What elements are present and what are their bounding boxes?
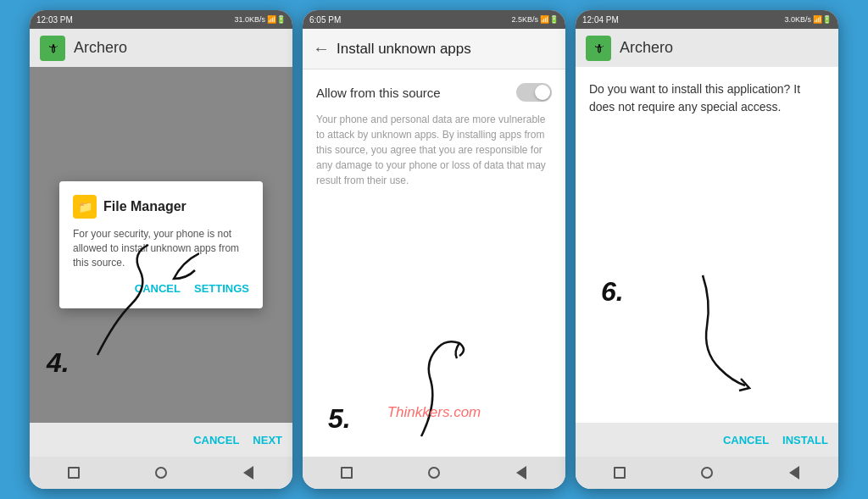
phone1-content: 📁 File Manager For your security, your p… xyxy=(30,67,292,423)
nav-home-1[interactable] xyxy=(153,464,170,481)
archero-glyph-3: 🗡 xyxy=(593,42,604,55)
nav-back-2[interactable] xyxy=(513,464,530,481)
dialog-overlay: 📁 File Manager For your security, your p… xyxy=(30,67,292,423)
dialog-title: File Manager xyxy=(103,199,186,214)
status-icons-1: 📶🔋 xyxy=(267,15,286,24)
archero-icon-3: 🗡 xyxy=(586,36,611,61)
step6-area: 6. xyxy=(576,258,838,423)
status-time-1: 12:03 PM xyxy=(36,15,73,25)
status-time-2: 6:05 PM xyxy=(309,15,341,25)
app-bar-1: 🗡 Archero xyxy=(30,29,292,67)
app-bar-2: ← Install unknown apps xyxy=(303,29,565,69)
watermark: Thinkkers.com xyxy=(387,404,481,421)
step5-annotation: 5. xyxy=(303,335,565,453)
install-bar: CANCEL INSTALL xyxy=(576,423,838,457)
screen-title-2: Install unknown apps xyxy=(337,41,471,58)
nav-home-3[interactable] xyxy=(698,464,715,481)
dialog-box: 📁 File Manager For your security, your p… xyxy=(59,181,263,308)
status-time-3: 12:04 PM xyxy=(582,15,619,25)
step5-area: 5. xyxy=(303,335,565,457)
bottom-nav-1 xyxy=(30,457,292,489)
archero-icon-1: 🗡 xyxy=(40,36,65,61)
bottom-nav-2 xyxy=(303,457,565,489)
app-title-1: Archero xyxy=(74,39,127,57)
nav-square-3[interactable] xyxy=(611,464,628,481)
status-right-1: 31.0KB/s 📶🔋 xyxy=(234,15,286,24)
status-data-1: 31.0KB/s xyxy=(234,15,265,24)
status-data-3: 3.0KB/s xyxy=(784,15,811,24)
nav-home-2[interactable] xyxy=(426,464,442,481)
dialog-buttons: CANCEL SETTINGS xyxy=(73,282,249,295)
file-manager-icon: 📁 xyxy=(73,195,97,219)
toggle-label: Allow from this source xyxy=(316,86,441,100)
phone2-content: Allow from this source Your phone and pe… xyxy=(303,69,565,335)
nav-square-1[interactable] xyxy=(65,464,82,481)
back-arrow-2[interactable]: ← xyxy=(313,39,330,58)
status-data-2: 2.5KB/s xyxy=(511,15,538,24)
phone-frame-3: 12:04 PM 3.0KB/s 📶🔋 🗡 Archero Do you wan… xyxy=(576,10,838,489)
install-cancel-button[interactable]: CANCEL xyxy=(723,434,769,446)
wizard-bar-1: CANCEL NEXT xyxy=(30,423,292,457)
svg-text:5.: 5. xyxy=(328,403,351,434)
status-icons-2: 📶🔋 xyxy=(540,15,559,24)
phone-frame-2: 6:05 PM 2.5KB/s 📶🔋 ← Install unknown app… xyxy=(303,10,565,489)
warning-text: Your phone and personal data are more vu… xyxy=(316,112,552,188)
archero-glyph-1: 🗡 xyxy=(47,42,58,55)
wizard-next-button[interactable]: NEXT xyxy=(253,434,282,446)
bottom-nav-3 xyxy=(576,457,838,489)
nav-back-1[interactable] xyxy=(240,464,257,481)
dialog-header: 📁 File Manager xyxy=(73,195,249,219)
toggle-switch[interactable] xyxy=(516,83,552,102)
status-bar-3: 12:04 PM 3.0KB/s 📶🔋 xyxy=(576,10,838,29)
dialog-cancel-button[interactable]: CANCEL xyxy=(135,282,181,295)
install-message: Do you want to install this application?… xyxy=(589,80,825,116)
app-bar-3: 🗡 Archero xyxy=(576,29,838,67)
app-title-3: Archero xyxy=(620,39,673,57)
nav-square-2[interactable] xyxy=(338,464,355,481)
nav-back-3[interactable] xyxy=(786,464,803,481)
svg-text:6.: 6. xyxy=(601,276,624,307)
phone-frame-1: 12:03 PM 31.0KB/s 📶🔋 🗡 Archero 📁 File Ma xyxy=(30,10,292,489)
status-icons-3: 📶🔋 xyxy=(813,15,832,24)
status-right-3: 3.0KB/s 📶🔋 xyxy=(784,15,832,24)
phone3-content: Do you want to install this application?… xyxy=(576,67,838,258)
toggle-row: Allow from this source xyxy=(316,83,552,102)
status-right-2: 2.5KB/s 📶🔋 xyxy=(511,15,559,24)
dialog-settings-button[interactable]: SETTINGS xyxy=(194,282,249,295)
install-install-button[interactable]: INSTALL xyxy=(782,434,828,446)
status-bar-2: 6:05 PM 2.5KB/s 📶🔋 xyxy=(303,10,565,29)
status-bar-1: 12:03 PM 31.0KB/s 📶🔋 xyxy=(30,10,292,29)
step6-annotation: 6. xyxy=(576,258,838,394)
dialog-message: For your security, your phone is not all… xyxy=(73,227,249,269)
wizard-cancel-button[interactable]: CANCEL xyxy=(193,434,239,446)
